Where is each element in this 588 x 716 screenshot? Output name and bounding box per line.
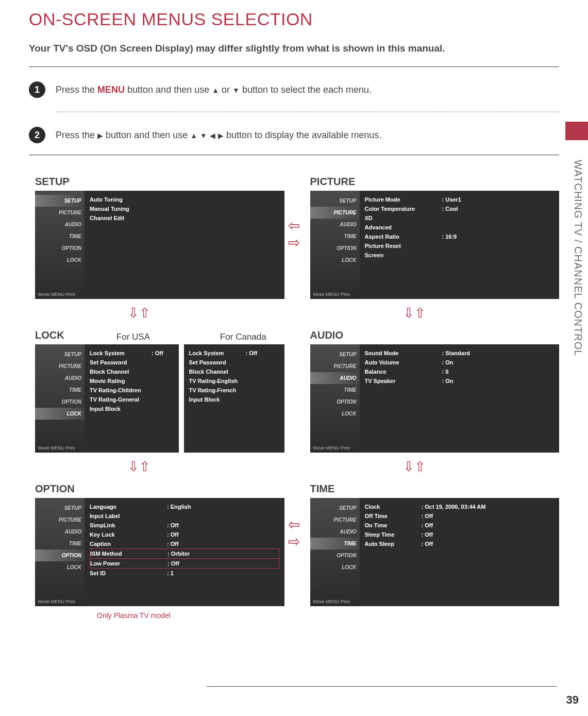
side-tab-time[interactable]: TIME [310,538,360,550]
setup-menu-body: Auto Tuning Manual Tuning Channel Edit [85,191,284,299]
menu-line[interactable]: Caption: Off [90,539,279,548]
menu-line[interactable]: Off Time: Off [365,511,555,521]
side-tab-audio[interactable]: AUDIO [35,219,85,230]
step-1-number: 1 [29,81,45,98]
menu-line[interactable]: Lock System: Off [90,348,174,358]
menu-line[interactable]: Set Password [90,358,174,367]
side-tab-audio[interactable]: AUDIO [35,372,85,384]
menu-footer-hint: Move MENU Prev [313,599,350,604]
side-tab-lock[interactable]: LOCK [35,408,85,420]
menu-line[interactable]: Input Block [90,404,174,413]
side-tab-option[interactable]: OPTION [310,550,360,561]
menu-line[interactable]: Picture Reset [365,241,555,251]
side-tab-picture[interactable]: PICTURE [35,514,85,526]
menu-line[interactable]: Advanced [365,223,555,232]
side-tab-audio[interactable]: AUDIO [310,526,360,538]
step-2-row: 2 Press the ▶ button and then use ▲ ▼ ◀ … [0,112,588,147]
menu-sidebar: SETUP PICTURE AUDIO TIME OPTION LOCK [35,498,85,606]
side-tab-lock[interactable]: LOCK [35,254,85,266]
side-tab-option[interactable]: OPTION [35,550,85,561]
menu-line[interactable]: Key Lock: Off [90,530,279,539]
picture-section-title: PICTURE [310,176,560,188]
side-tab-picture[interactable]: PICTURE [35,360,85,372]
menu-footer-hint: Move MENU Prev [313,445,350,451]
menu-line-plasma[interactable]: Low Power: Off [90,559,279,569]
menu-line[interactable]: Screen [365,251,555,260]
picture-block: PICTURE SETUP PICTURE AUDIO TIME OPTION … [310,171,560,299]
menu-line[interactable]: Sleep Time: Off [365,530,555,539]
menu-line[interactable]: Auto Volume: On [365,358,555,367]
menu-line[interactable]: Auto Sleep: Off [365,539,555,548]
side-tab-setup[interactable]: SETUP [35,195,85,207]
side-tab-picture[interactable]: PICTURE [310,360,360,372]
side-tab-time[interactable]: TIME [310,230,360,242]
menu-line[interactable]: TV Rating-English [189,376,279,386]
side-tab-setup[interactable]: SETUP [310,502,360,514]
side-tab-audio[interactable]: AUDIO [310,219,360,230]
setup-menu-screen: SETUP PICTURE AUDIO TIME OPTION LOCK Aut… [35,191,284,299]
side-tab-option[interactable]: OPTION [310,396,360,408]
menu-line[interactable]: Lock System: Off [189,348,279,358]
side-tab-lock[interactable]: LOCK [310,561,360,573]
side-tab-audio[interactable]: AUDIO [310,372,360,384]
menu-line[interactable]: SimpLink: Off [90,521,279,530]
menu-line[interactable]: Input Label [90,511,279,521]
menu-line[interactable]: Input Block [189,395,279,404]
side-tab-option[interactable]: OPTION [35,242,85,254]
menu-line[interactable]: Set ID: 1 [90,569,279,578]
menu-line[interactable]: Auto Tuning [90,195,279,204]
menu-line[interactable]: TV Rating-General [90,395,174,404]
menu-sidebar: SETUP PICTURE AUDIO TIME OPTION LOCK [35,191,85,299]
menu-line[interactable]: Block Channel [189,367,279,376]
option-menu-body: Language: English Input Label SimpLink: … [85,498,284,606]
menu-line[interactable]: Language: English [90,502,279,511]
side-tab-picture[interactable]: PICTURE [310,207,360,219]
menu-sidebar: SETUP PICTURE AUDIO TIME OPTION LOCK [310,498,360,606]
side-tab-lock[interactable]: LOCK [310,408,360,420]
menu-line[interactable]: Manual Tuning [90,204,279,213]
side-tab-option[interactable]: OPTION [310,242,360,254]
side-tab-accent [565,122,588,140]
menu-line[interactable]: Channel Edit [90,213,279,223]
audio-block: ⇩⇧ AUDIO SETUP PICTURE AUDIO TIME OPTION… [310,301,560,453]
menu-line[interactable]: Movie Rating [90,376,174,386]
page-number: 39 [566,693,579,707]
arrows-down-up-icon: ⇩⇧ [128,459,150,475]
menu-line[interactable]: Aspect Ratio: 16:9 [365,232,555,241]
side-tab-setup[interactable]: SETUP [310,195,360,207]
menu-line-plasma[interactable]: ISM Method: Orbiter [90,548,279,559]
page-subtitle: Your TV's OSD (On Screen Display) may di… [0,32,588,59]
side-tab-option[interactable]: OPTION [35,396,85,408]
side-tab-time[interactable]: TIME [310,384,360,396]
side-tab-setup[interactable]: SETUP [310,348,360,360]
menu-line[interactable]: Balance: 0 [365,367,555,376]
setup-block: SETUP SETUP PICTURE AUDIO TIME OPTION LO… [35,171,284,299]
menu-line[interactable]: XD [365,213,555,223]
menu-line[interactable]: TV Speaker: On [365,376,555,386]
menu-line[interactable]: Picture Mode: User1 [365,195,555,204]
side-tab-setup[interactable]: SETUP [35,502,85,514]
menu-line[interactable]: Clock: Oct 19, 2006, 03:44 AM [365,502,555,511]
menu-line[interactable]: Color Temperature: Cool [365,204,555,213]
menu-line[interactable]: TV Rating-French [189,386,279,395]
side-tab-time[interactable]: TIME [35,384,85,396]
side-tab-time[interactable]: TIME [35,538,85,550]
menu-line[interactable]: TV Rating-Children [90,386,174,395]
right-triangle-icon: ▶ [218,131,224,140]
down-triangle-icon: ▼ [200,131,207,140]
menu-line[interactable]: Set Password [189,358,279,367]
time-section-title: TIME [310,483,560,495]
side-tab-lock[interactable]: LOCK [310,254,360,266]
menu-line[interactable]: Sound Mode: Standard [365,348,555,358]
side-tab-setup[interactable]: SETUP [35,348,85,360]
side-tab-picture[interactable]: PICTURE [310,514,360,526]
side-tab-time[interactable]: TIME [35,230,85,242]
arrows-left-right-icon: ⇦⇨ [288,217,300,251]
menu-sidebar: SETUP PICTURE AUDIO TIME OPTION LOCK [310,344,360,453]
side-tab-audio[interactable]: AUDIO [35,526,85,538]
side-tab-lock[interactable]: LOCK [35,561,85,573]
menu-line[interactable]: Block Channel [90,367,174,376]
step-1-p4: button to select the each menu. [242,85,372,95]
menu-line[interactable]: On Time: Off [365,521,555,530]
side-tab-picture[interactable]: PICTURE [35,207,85,219]
